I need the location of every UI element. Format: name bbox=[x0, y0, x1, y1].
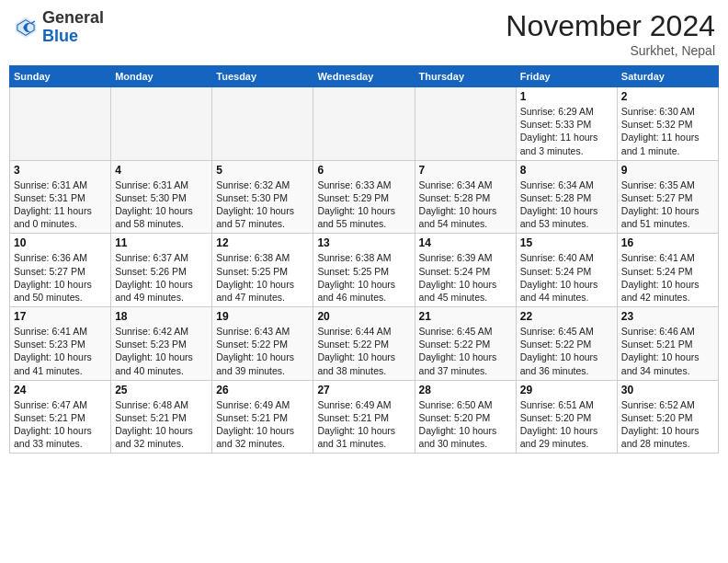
calendar-cell: 8Sunrise: 6:34 AM Sunset: 5:28 PM Daylig… bbox=[516, 160, 617, 234]
day-info: Sunrise: 6:44 AM Sunset: 5:22 PM Dayligh… bbox=[317, 325, 410, 377]
location: Surkhet, Nepal bbox=[506, 43, 715, 58]
day-info: Sunrise: 6:36 AM Sunset: 5:27 PM Dayligh… bbox=[14, 251, 107, 304]
calendar-header-row: SundayMondayTuesdayWednesdayThursdayFrid… bbox=[10, 66, 719, 87]
calendar-cell: 30Sunrise: 6:52 AM Sunset: 5:20 PM Dayli… bbox=[617, 380, 718, 454]
calendar-cell bbox=[212, 87, 313, 161]
day-number: 13 bbox=[317, 236, 410, 249]
day-info: Sunrise: 6:32 AM Sunset: 5:30 PM Dayligh… bbox=[216, 178, 309, 231]
day-number: 2 bbox=[621, 90, 714, 103]
day-number: 25 bbox=[115, 384, 208, 396]
day-info: Sunrise: 6:52 AM Sunset: 5:20 PM Dayligh… bbox=[621, 398, 714, 451]
calendar-cell: 25Sunrise: 6:48 AM Sunset: 5:21 PM Dayli… bbox=[111, 380, 212, 454]
logo-general-text: General bbox=[42, 8, 104, 27]
day-info: Sunrise: 6:43 AM Sunset: 5:22 PM Dayligh… bbox=[216, 325, 309, 377]
calendar-cell: 9Sunrise: 6:35 AM Sunset: 5:27 PM Daylig… bbox=[617, 160, 718, 234]
calendar-table: SundayMondayTuesdayWednesdayThursdayFrid… bbox=[9, 65, 719, 454]
day-info: Sunrise: 6:34 AM Sunset: 5:28 PM Dayligh… bbox=[419, 178, 512, 231]
calendar-week-row: 24Sunrise: 6:47 AM Sunset: 5:21 PM Dayli… bbox=[10, 380, 719, 454]
day-number: 11 bbox=[115, 236, 208, 249]
calendar-cell: 15Sunrise: 6:40 AM Sunset: 5:24 PM Dayli… bbox=[516, 234, 617, 307]
day-info: Sunrise: 6:49 AM Sunset: 5:21 PM Dayligh… bbox=[216, 398, 309, 451]
calendar-cell: 19Sunrise: 6:43 AM Sunset: 5:22 PM Dayli… bbox=[212, 307, 313, 381]
day-number: 12 bbox=[216, 236, 309, 249]
day-info: Sunrise: 6:39 AM Sunset: 5:24 PM Dayligh… bbox=[419, 251, 512, 304]
calendar-cell: 12Sunrise: 6:38 AM Sunset: 5:25 PM Dayli… bbox=[212, 234, 313, 307]
day-info: Sunrise: 6:48 AM Sunset: 5:21 PM Dayligh… bbox=[115, 398, 208, 451]
day-info: Sunrise: 6:42 AM Sunset: 5:23 PM Dayligh… bbox=[115, 325, 208, 377]
title-block: November 2024 Surkhet, Nepal bbox=[506, 9, 715, 58]
day-number: 26 bbox=[216, 384, 309, 396]
day-info: Sunrise: 6:33 AM Sunset: 5:29 PM Dayligh… bbox=[317, 178, 410, 231]
calendar-cell: 18Sunrise: 6:42 AM Sunset: 5:23 PM Dayli… bbox=[111, 307, 212, 381]
calendar-cell bbox=[415, 87, 516, 161]
day-number: 24 bbox=[14, 384, 107, 396]
calendar-cell: 14Sunrise: 6:39 AM Sunset: 5:24 PM Dayli… bbox=[415, 234, 516, 307]
calendar-cell: 13Sunrise: 6:38 AM Sunset: 5:25 PM Dayli… bbox=[313, 234, 415, 307]
logo: General Blue bbox=[13, 9, 104, 46]
calendar-week-row: 1Sunrise: 6:29 AM Sunset: 5:33 PM Daylig… bbox=[10, 87, 719, 161]
day-info: Sunrise: 6:34 AM Sunset: 5:28 PM Dayligh… bbox=[520, 178, 613, 231]
day-info: Sunrise: 6:49 AM Sunset: 5:21 PM Dayligh… bbox=[317, 398, 410, 451]
day-number: 20 bbox=[317, 310, 410, 323]
calendar-cell: 20Sunrise: 6:44 AM Sunset: 5:22 PM Dayli… bbox=[313, 307, 415, 381]
day-number: 1 bbox=[520, 90, 613, 103]
calendar-week-row: 17Sunrise: 6:41 AM Sunset: 5:23 PM Dayli… bbox=[10, 307, 719, 381]
calendar-cell: 17Sunrise: 6:41 AM Sunset: 5:23 PM Dayli… bbox=[10, 307, 111, 381]
day-number: 19 bbox=[216, 310, 309, 323]
page-header: General Blue November 2024 Surkhet, Nepa… bbox=[9, 9, 719, 58]
weekday-header: Saturday bbox=[617, 66, 718, 87]
weekday-header: Tuesday bbox=[212, 66, 313, 87]
day-number: 3 bbox=[14, 164, 107, 177]
day-info: Sunrise: 6:41 AM Sunset: 5:23 PM Dayligh… bbox=[14, 325, 107, 377]
day-info: Sunrise: 6:35 AM Sunset: 5:27 PM Dayligh… bbox=[621, 178, 714, 231]
calendar-cell: 26Sunrise: 6:49 AM Sunset: 5:21 PM Dayli… bbox=[212, 380, 313, 454]
calendar-cell bbox=[10, 87, 111, 161]
day-info: Sunrise: 6:46 AM Sunset: 5:21 PM Dayligh… bbox=[621, 325, 714, 377]
day-info: Sunrise: 6:45 AM Sunset: 5:22 PM Dayligh… bbox=[419, 325, 512, 377]
day-info: Sunrise: 6:47 AM Sunset: 5:21 PM Dayligh… bbox=[14, 398, 107, 451]
calendar-cell: 21Sunrise: 6:45 AM Sunset: 5:22 PM Dayli… bbox=[415, 307, 516, 381]
day-number: 18 bbox=[115, 310, 208, 323]
weekday-header: Thursday bbox=[415, 66, 516, 87]
weekday-header: Sunday bbox=[10, 66, 111, 87]
day-info: Sunrise: 6:37 AM Sunset: 5:26 PM Dayligh… bbox=[115, 251, 208, 304]
calendar-cell: 27Sunrise: 6:49 AM Sunset: 5:21 PM Dayli… bbox=[313, 380, 415, 454]
day-info: Sunrise: 6:31 AM Sunset: 5:30 PM Dayligh… bbox=[115, 178, 208, 231]
day-info: Sunrise: 6:38 AM Sunset: 5:25 PM Dayligh… bbox=[216, 251, 309, 304]
day-number: 27 bbox=[317, 384, 410, 396]
day-number: 7 bbox=[419, 164, 512, 177]
day-number: 6 bbox=[317, 164, 410, 177]
day-number: 30 bbox=[621, 384, 714, 396]
calendar-cell: 16Sunrise: 6:41 AM Sunset: 5:24 PM Dayli… bbox=[617, 234, 718, 307]
logo-icon bbox=[13, 15, 39, 40]
day-number: 8 bbox=[520, 164, 613, 177]
day-info: Sunrise: 6:41 AM Sunset: 5:24 PM Dayligh… bbox=[621, 251, 714, 304]
month-title: November 2024 bbox=[506, 9, 715, 43]
calendar-cell: 2Sunrise: 6:30 AM Sunset: 5:32 PM Daylig… bbox=[617, 87, 718, 161]
calendar-cell: 1Sunrise: 6:29 AM Sunset: 5:33 PM Daylig… bbox=[516, 87, 617, 161]
calendar-cell: 29Sunrise: 6:51 AM Sunset: 5:20 PM Dayli… bbox=[516, 380, 617, 454]
calendar-cell: 10Sunrise: 6:36 AM Sunset: 5:27 PM Dayli… bbox=[10, 234, 111, 307]
weekday-header: Monday bbox=[111, 66, 212, 87]
logo-blue-text: Blue bbox=[42, 27, 78, 45]
weekday-header: Friday bbox=[516, 66, 617, 87]
calendar-cell: 5Sunrise: 6:32 AM Sunset: 5:30 PM Daylig… bbox=[212, 160, 313, 234]
day-number: 14 bbox=[419, 236, 512, 249]
calendar-cell: 4Sunrise: 6:31 AM Sunset: 5:30 PM Daylig… bbox=[111, 160, 212, 234]
day-number: 10 bbox=[14, 236, 107, 249]
calendar-week-row: 10Sunrise: 6:36 AM Sunset: 5:27 PM Dayli… bbox=[10, 234, 719, 307]
calendar-cell: 7Sunrise: 6:34 AM Sunset: 5:28 PM Daylig… bbox=[415, 160, 516, 234]
calendar-cell: 24Sunrise: 6:47 AM Sunset: 5:21 PM Dayli… bbox=[10, 380, 111, 454]
day-info: Sunrise: 6:29 AM Sunset: 5:33 PM Dayligh… bbox=[520, 105, 613, 157]
day-info: Sunrise: 6:50 AM Sunset: 5:20 PM Dayligh… bbox=[419, 398, 512, 451]
calendar-cell bbox=[111, 87, 212, 161]
day-info: Sunrise: 6:45 AM Sunset: 5:22 PM Dayligh… bbox=[520, 325, 613, 377]
day-info: Sunrise: 6:38 AM Sunset: 5:25 PM Dayligh… bbox=[317, 251, 410, 304]
day-info: Sunrise: 6:40 AM Sunset: 5:24 PM Dayligh… bbox=[520, 251, 613, 304]
calendar-week-row: 3Sunrise: 6:31 AM Sunset: 5:31 PM Daylig… bbox=[10, 160, 719, 234]
day-number: 29 bbox=[520, 384, 613, 396]
day-number: 21 bbox=[419, 310, 512, 323]
day-number: 28 bbox=[419, 384, 512, 396]
calendar-cell: 23Sunrise: 6:46 AM Sunset: 5:21 PM Dayli… bbox=[617, 307, 718, 381]
day-number: 22 bbox=[520, 310, 613, 323]
